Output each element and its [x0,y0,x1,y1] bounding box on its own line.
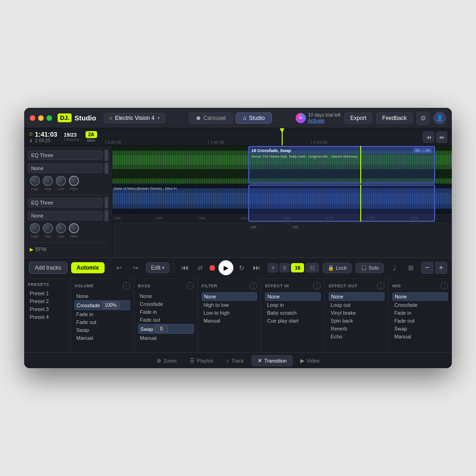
carousel-nav-btn[interactable]: ⏺ Carousel [189,112,233,124]
bpm-expand-icon[interactable]: ▶ [30,247,33,252]
effect-out-reverb[interactable]: Reverb [329,325,384,332]
track1-high-knob-circle[interactable] [30,176,40,186]
effect-in-info-icon[interactable]: i [313,282,321,290]
skip-to-start-button[interactable]: ⏮ [178,261,192,274]
grid-button[interactable]: ⊞ [404,261,417,274]
tab-transition[interactable]: ✕ Transition [251,355,293,366]
user-icon[interactable]: 👤 [433,112,446,125]
mid-swap[interactable]: Swap [392,325,448,332]
track2-low-knob-circle[interactable] [56,223,66,233]
track2-eq-handle[interactable] [105,197,108,208]
filter-high-to-low[interactable]: High to low [202,301,258,309]
redo-button[interactable]: ↪ [129,261,142,274]
transition-overlay-2[interactable] [248,185,435,222]
mid-info-icon[interactable]: i [441,282,448,290]
lock-button[interactable]: 🔒 Lock [323,263,352,273]
track1-eq-select[interactable]: EQ Three [28,151,103,160]
mid-manual[interactable]: Manual [392,333,448,340]
preset-2[interactable]: Preset 2 [28,298,66,305]
effect-out-info-icon[interactable]: i [377,282,384,290]
effect-out-none[interactable]: None [329,292,384,301]
track1-filter-handle[interactable] [105,163,108,174]
effect-out-vinyl-brake[interactable]: Vinyl brake [329,309,384,317]
mid-fadein[interactable]: Fade in [392,309,448,317]
bass-swap[interactable]: Swap 0 [138,324,194,334]
settings-icon[interactable]: ⚙ [416,112,430,125]
track1-content[interactable]: 18 Crossfade, Swap 3A → 2A Never The Sam… [112,146,452,184]
beat-32-button[interactable]: 32 [305,263,318,272]
track2-high-knob-circle[interactable] [30,223,40,233]
effect-in-cue-play[interactable]: Cue play start [265,317,321,324]
skip-to-end-button[interactable]: ⏭ [250,261,263,274]
effect-in-baby-scratch[interactable]: Baby scratch [265,309,321,317]
record-button[interactable]: ⏺ [208,263,217,273]
track1-mid-knob-circle[interactable] [43,176,53,186]
track1-eq-handle[interactable] [105,150,108,161]
track2-mid-knob-circle[interactable] [43,223,53,233]
volume-info-icon[interactable]: i [123,282,130,290]
effect-out-echo[interactable]: Echo [329,333,384,340]
filter-none[interactable]: None [202,292,258,301]
metronome-button[interactable]: ♩ [388,261,401,274]
feedback-button[interactable]: Feedback [376,112,413,124]
edit-button[interactable]: Edit ▾ [146,262,170,273]
filter-info-icon[interactable]: i [250,282,257,290]
add-tracks-button[interactable]: Add tracks [29,262,67,274]
maximize-dot[interactable] [46,115,52,121]
bass-crossfade[interactable]: Crossfade [138,300,194,308]
effect-out-spin-back[interactable]: Spin back [329,317,384,324]
mid-fadeout[interactable]: Fade out [392,317,448,324]
mid-none[interactable]: None [392,292,448,301]
bass-fadeout[interactable]: Fade out [138,316,194,324]
tab-zoom[interactable]: ⊕ Zoom [151,356,182,366]
volume-crossfade[interactable]: Crossfade 100% [74,300,130,310]
solo-button[interactable]: 🎧 Solo [356,263,384,273]
track1-filter-select[interactable]: None [28,164,103,173]
mid-crossfade[interactable]: Crossfade [392,301,448,309]
timeline-ruler[interactable]: 1:40:30 1:40:45 1:41:00 [106,128,415,145]
bass-manual[interactable]: Manual [138,334,194,342]
beat-4-button[interactable]: 4 [268,263,278,272]
filter-low-to-high[interactable]: Low to high [202,309,258,317]
effect-in-loop-in[interactable]: Loop in [265,301,321,309]
loop-button[interactable]: ↻ [235,261,248,274]
undo-button[interactable]: ↩ [112,261,126,274]
plus-button[interactable]: + [435,262,447,274]
studio-nav-btn[interactable]: ♫ Studio [236,112,272,124]
track2-content[interactable]: State of Mind (Bolster Remix) - Mha Iri … [112,185,452,222]
preset-3[interactable]: Preset 3 [28,305,66,313]
volume-fadeout[interactable]: Fade out [74,318,130,326]
automix-button[interactable]: Automix [71,262,105,273]
export-button[interactable]: Export [344,112,373,124]
bass-none[interactable]: None [138,292,194,300]
skip-forward-btn[interactable]: ⏭ [436,132,447,143]
volume-manual[interactable]: Manual [74,334,130,342]
close-dot[interactable] [30,115,35,121]
effect-in-none[interactable]: None [265,292,321,301]
loop-toggle-button[interactable]: ⇄ [193,261,206,274]
track2-filter-handle[interactable] [105,210,108,221]
tab-video[interactable]: ▶ Video [295,356,325,366]
tab-playlist[interactable]: ☰ Playlist [184,356,219,366]
transition-overlay-1[interactable]: 18 Crossfade, Swap 3A → 2A Never The Sam… [248,146,435,184]
beat-16-button[interactable]: 16 [291,263,304,272]
filter-manual[interactable]: Manual [202,317,258,324]
play-pause-button[interactable]: ▶ [218,260,233,275]
track1-low-knob-circle[interactable] [56,176,66,186]
minimize-dot[interactable] [38,115,44,121]
track1-filter-knob-circle[interactable] [69,176,79,186]
track2-filter-knob-circle[interactable] [69,223,79,233]
volume-swap[interactable]: Swap [74,326,130,334]
bass-fadein[interactable]: Fade in [138,308,194,316]
skip-back-btn[interactable]: ⏮ [423,132,434,143]
project-badge[interactable]: ♫ Electric Vision 4 ▾ [104,113,165,123]
track2-filter-select[interactable]: None [28,211,103,220]
bass-info-icon[interactable]: i [186,282,194,290]
minus-button[interactable]: − [421,262,433,274]
track2-eq-select[interactable]: EQ Three [28,198,103,207]
activate-link[interactable]: Activate [308,118,341,124]
tab-track[interactable]: ♪ Track [221,356,250,366]
preset-4[interactable]: Preset 4 [28,313,66,321]
volume-fadein[interactable]: Fade in [74,311,130,318]
volume-none[interactable]: None [74,292,130,300]
